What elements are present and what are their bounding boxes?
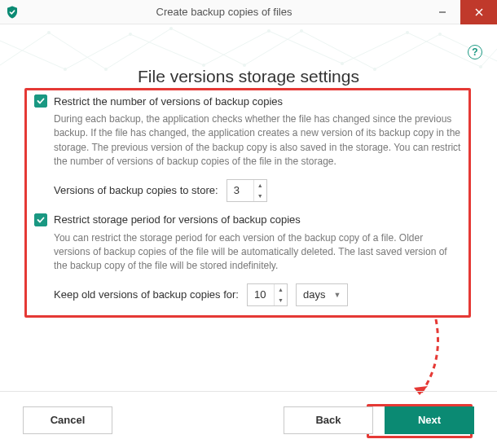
versions-store-spinner[interactable]: 3 ▲ ▼ <box>227 179 267 202</box>
svg-point-14 <box>341 62 344 65</box>
svg-point-9 <box>438 33 442 36</box>
back-button[interactable]: Back <box>284 406 373 434</box>
page-title: File versions storage settings <box>0 67 497 86</box>
app-shield-icon <box>0 0 24 24</box>
versions-store-label: Versions of backup copies to store: <box>54 184 218 196</box>
window-controls <box>424 0 497 24</box>
spinner-down-icon[interactable]: ▼ <box>275 295 287 305</box>
minimize-button[interactable] <box>424 0 460 24</box>
keep-old-spinner[interactable]: 10 ▲ ▼ <box>247 283 288 306</box>
period-unit-select[interactable]: days ▼ <box>296 283 348 306</box>
help-icon[interactable]: ? <box>468 45 482 59</box>
titlebar: Create backup copies of files <box>0 0 497 24</box>
keep-old-value: 10 <box>248 284 274 305</box>
keep-old-label: Keep old versions of backup copies for: <box>54 288 239 301</box>
restrict-versions-checkbox[interactable] <box>34 94 47 108</box>
svg-point-11 <box>129 33 132 36</box>
svg-point-7 <box>300 29 303 33</box>
spinner-down-icon[interactable]: ▼ <box>254 191 266 201</box>
restrict-versions-description: During each backup, the application chec… <box>54 112 461 169</box>
cancel-button[interactable]: Cancel <box>23 406 112 434</box>
background-pattern <box>0 24 497 73</box>
section-restrict-versions: Restrict the number of versions of backu… <box>34 94 461 202</box>
restrict-versions-label: Restrict the number of versions of backu… <box>54 95 283 108</box>
svg-point-15 <box>406 31 409 34</box>
window-title: Create backup copies of files <box>24 6 424 18</box>
restrict-period-description: You can restrict the storage period for … <box>54 231 461 274</box>
chevron-down-icon: ▼ <box>333 291 341 299</box>
period-unit-value: days <box>303 288 325 301</box>
svg-point-5 <box>169 27 173 30</box>
close-button[interactable] <box>460 0 497 24</box>
spinner-up-icon[interactable]: ▲ <box>275 284 287 295</box>
restrict-period-checkbox[interactable] <box>34 213 47 226</box>
settings-panel: Restrict the number of versions of backu… <box>28 91 468 326</box>
section-restrict-period: Restrict storage period for versions of … <box>34 213 461 306</box>
spinner-up-icon[interactable]: ▲ <box>254 180 266 191</box>
svg-point-3 <box>47 31 51 34</box>
footer: Cancel Back Next <box>0 391 497 448</box>
svg-point-13 <box>267 29 270 33</box>
restrict-period-label: Restrict storage period for versions of … <box>54 213 301 226</box>
versions-store-value: 3 <box>227 180 253 201</box>
next-button[interactable]: Next <box>385 406 474 434</box>
